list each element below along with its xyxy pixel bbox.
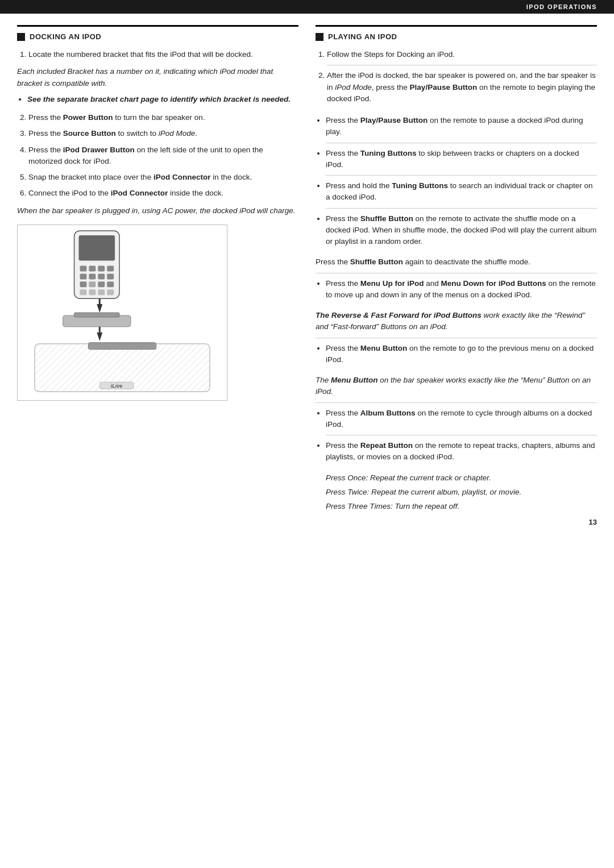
press-three-note: Press Three Times: Turn the repeat off.: [326, 501, 597, 512]
two-column-layout: DOCKING AN IPOD Locate the numbered brac…: [17, 25, 597, 515]
svg-rect-12: [98, 281, 105, 287]
svg-rect-17: [107, 289, 114, 295]
docking-title: DOCKING AN IPOD: [30, 32, 101, 41]
docking-step-6: Connect the iPod to the iPod Connector i…: [28, 188, 298, 199]
ipod-svg: iLive: [18, 225, 227, 400]
svg-rect-16: [98, 289, 105, 295]
playing-bullet-shuffle: Press the Shuffle Button on the remote t…: [326, 213, 597, 252]
playing-bullets-list: Press the Play/Pause Button on the remot…: [316, 115, 597, 252]
svg-rect-26: [88, 342, 156, 349]
menu-button-note: The Menu Button on the bar speaker works…: [316, 375, 597, 403]
svg-rect-15: [89, 289, 96, 295]
docking-icon: [17, 33, 25, 41]
right-column: PLAYING AN IPOD Follow the Steps for Doc…: [316, 25, 597, 515]
header-title: IPOD OPERATIONS: [526, 3, 597, 10]
svg-rect-5: [107, 265, 114, 271]
svg-rect-3: [89, 265, 96, 271]
docking-bullet-1: See the separate bracket chart page to i…: [27, 94, 298, 105]
reverse-fast-forward-note: The Reverse & Fast Forward for iPod Butt…: [316, 310, 597, 338]
playing-bullet-album: Press the Album Buttons on the remote to…: [326, 408, 597, 436]
svg-rect-9: [107, 273, 114, 279]
playing-bullets-list-2: Press the Menu Up for iPod and Menu Down…: [316, 278, 597, 306]
svg-rect-2: [80, 265, 86, 271]
docking-italic-note-2: When the bar speaker is plugged in, usin…: [17, 205, 298, 217]
svg-rect-11: [89, 281, 96, 287]
svg-rect-1: [78, 235, 115, 261]
playing-title: PLAYING AN IPOD: [328, 32, 397, 41]
svg-rect-21: [74, 313, 119, 317]
playing-bullets-list-4: Press the Album Buttons on the remote to…: [316, 408, 597, 468]
page-number: 13: [589, 518, 597, 526]
docking-step-2: Press the Power Button to turn the bar s…: [28, 112, 298, 123]
playing-bullet-menu-updown: Press the Menu Up for iPod and Menu Down…: [326, 278, 597, 306]
page-wrapper: DOCKING AN IPOD Locate the numbered brac…: [0, 25, 614, 538]
playing-icon: [316, 33, 323, 41]
press-twice-note: Press Twice: Repeat the current album, p…: [326, 487, 597, 498]
svg-rect-4: [98, 265, 105, 271]
playing-bullet-play-pause: Press the Play/Pause Button on the remot…: [326, 115, 597, 143]
svg-text:iLive: iLive: [111, 383, 122, 389]
docking-italic-note-1: Each included Bracket has a number on it…: [17, 66, 298, 89]
playing-section-header: PLAYING AN IPOD: [316, 32, 597, 41]
svg-marker-18: [97, 304, 102, 313]
svg-rect-14: [80, 289, 86, 295]
docking-step-3: Press the Source Button to switch to iPo…: [28, 128, 298, 139]
docking-step-1: Locate the numbered bracket that fits th…: [28, 49, 298, 60]
playing-bullet-menu: Press the Menu Button on the remote to g…: [326, 343, 597, 371]
svg-rect-6: [80, 273, 86, 279]
svg-rect-10: [80, 281, 86, 287]
left-column: DOCKING AN IPOD Locate the numbered brac…: [17, 25, 298, 515]
playing-bullet-repeat: Press the Repeat Button on the remote to…: [326, 440, 597, 468]
docking-step-5: Snap the bracket into place over the iPo…: [28, 172, 298, 183]
playing-bullet-tuning-skip: Press the Tuning Buttons to skip between…: [326, 148, 597, 176]
ipod-illustration-area: iLive: [17, 225, 227, 401]
svg-marker-22: [97, 333, 102, 341]
docking-bullet-list: See the separate bracket chart page to i…: [17, 94, 298, 105]
playing-bullets-list-3: Press the Menu Button on the remote to g…: [316, 343, 597, 371]
playing-step-2: After the iPod is docked, the bar speake…: [327, 70, 597, 109]
shuffle-sub-note: Press the Shuffle Button again to deacti…: [316, 256, 597, 273]
playing-bullet-tuning-search: Press and hold the Tuning Buttons to sea…: [326, 180, 597, 209]
svg-rect-13: [107, 281, 114, 287]
docking-section-header: DOCKING AN IPOD: [17, 32, 298, 41]
docking-step-4: Press the iPod Drawer Button on the left…: [28, 144, 298, 168]
svg-rect-8: [98, 273, 105, 279]
press-once-note: Press Once: Repeat the current track or …: [326, 472, 597, 484]
playing-step-1: Follow the Steps for Docking an iPod.: [327, 49, 597, 65]
svg-rect-7: [89, 273, 96, 279]
header-bar: IPOD OPERATIONS: [0, 0, 614, 14]
playing-steps-list: Follow the Steps for Docking an iPod. Af…: [316, 49, 597, 109]
docking-steps-list-2: Press the Power Button to turn the bar s…: [17, 112, 298, 200]
docking-steps-list: Locate the numbered bracket that fits th…: [17, 49, 298, 60]
